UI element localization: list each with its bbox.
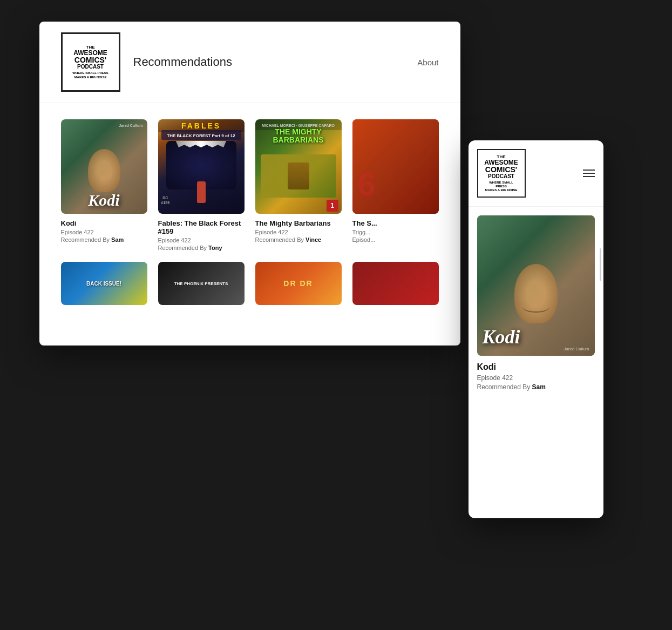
mobile-header: THE AWESOME COMICS' PODCAST WHERE SMALL … [469,140,603,207]
mobile-logo-podcast: PODCAST [488,173,514,179]
desktop-window: THE AWESOME COMICS' PODCAST WHERE SMALL … [39,22,460,346]
comic-card-barbarians[interactable]: MICHAEL MORECI · GIUSEPPE CAFARO THE MIG… [255,119,342,251]
hamburger-line-1 [583,170,595,171]
mobile-logo-comics: COMICS' [485,166,517,173]
mobile-logo-awesome: AWESOME [484,159,518,166]
logo[interactable]: THE AWESOME COMICS' PODCAST WHERE SMALL … [61,32,120,92]
about-link[interactable]: About [417,58,438,67]
mobile-window: THE AWESOME COMICS' PODCAST WHERE SMALL … [469,140,603,518]
mobile-scrollbar[interactable] [600,248,601,281]
comic-episode-fables: Episode 422 [158,237,245,243]
logo-comics: COMICS' [74,56,106,64]
comic-cover-kodi: Kodi Jared Cullum [61,119,147,214]
page-title: Recommendations [133,55,232,69]
logo-tagline: WHERE SMALL PRESSMAKES A BIG NOISE [72,71,108,79]
comic-recommender-trigger: Episod... [352,236,439,243]
comic-recommender-fables: Recommended By Tony [158,245,245,251]
comics-row-2: BACK ISSUE! THE PHOENIX PRESENTS DR DR [39,262,460,316]
mobile-logo[interactable]: THE AWESOME COMICS' PODCAST WHERE SMALL … [477,149,526,198]
cover-back-issue: BACK ISSUE! [61,262,147,305]
comic-title-barbarians: The Mighty Barbarians [255,219,342,227]
comic-recommender-barbarians: Recommended By Vince [255,236,342,243]
cover-drdrdr: DR DR [255,262,342,305]
comic-episode-kodi: Episode 422 [61,229,147,235]
mobile-logo-tagline: WHERE SMALL PRESSMAKES A BIG NOISE [484,181,519,193]
comic-title-fables: Fables: The Black Forest #159 [158,219,245,235]
comic-episode-trigger: Trigg... [352,229,439,235]
comic-title-kodi: Kodi [61,219,147,227]
mobile-comic-recommender: Recommended By Sam [477,383,595,391]
comics-grid: Kodi Jared Cullum Kodi Episode 422 Recom… [39,103,460,262]
comic-card-fables[interactable]: FABLES THE BLACK FOREST Part 9 of 12 DC#… [158,119,245,251]
logo-podcast: PODCAST [77,64,104,70]
mobile-comic-episode: Episode 422 [477,374,595,382]
mobile-comic-card[interactable]: Kodi Jared Cullum Kodi Episode 422 Recom… [469,207,603,399]
cover-phoenix: THE PHOENIX PRESENTS [158,262,245,305]
hamburger-line-3 [583,176,595,177]
comic-card-kodi[interactable]: Kodi Jared Cullum Kodi Episode 422 Recom… [61,119,147,251]
mobile-comic-title: Kodi [477,362,595,372]
comic-card-drdrdr[interactable]: DR DR [255,262,342,305]
cover-row2-partial [352,262,439,305]
comic-title-trigger: The S... [352,219,439,227]
hamburger-line-2 [583,173,595,174]
comic-card-back-issue[interactable]: BACK ISSUE! [61,262,147,305]
mobile-comic-cover: Kodi Jared Cullum [477,215,595,356]
comic-cover-barbarians: MICHAEL MORECI · GIUSEPPE CAFARO THE MIG… [255,119,342,214]
comic-cover-fables: FABLES THE BLACK FOREST Part 9 of 12 DC#… [158,119,245,214]
comic-card-phoenix[interactable]: THE PHOENIX PRESENTS [158,262,245,305]
comic-cover-trigger: 6 [352,119,439,214]
comic-card-row2-partial[interactable] [352,262,439,305]
comic-recommender-kodi: Recommended By Sam [61,236,147,243]
desktop-header: THE AWESOME COMICS' PODCAST WHERE SMALL … [39,22,460,103]
hamburger-menu[interactable] [583,170,595,177]
comic-card-trigger[interactable]: 6 The S... Trigg... Episod... [352,119,439,251]
comic-episode-barbarians: Episode 422 [255,229,342,235]
